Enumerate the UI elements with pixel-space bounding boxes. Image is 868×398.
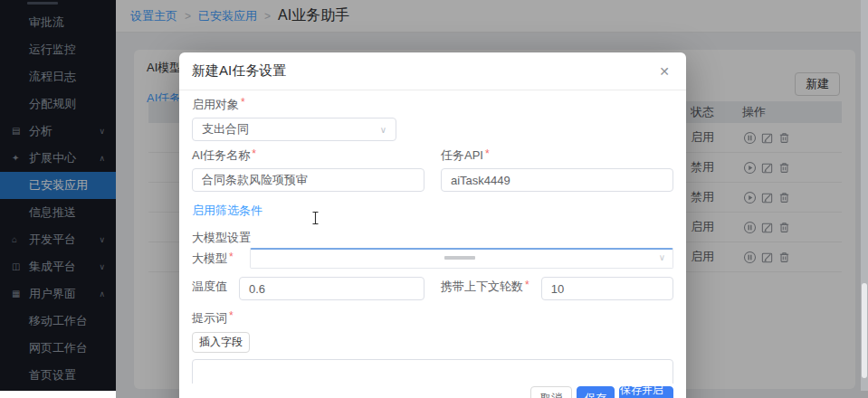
clipped-option-text <box>444 256 475 260</box>
required-mark: * <box>229 309 234 322</box>
task-name-label: AI任务名称 <box>192 148 250 162</box>
modal-title: 新建AI任务设置 <box>192 62 655 80</box>
context-rounds-label: 携带上下文轮数 <box>441 280 523 293</box>
close-icon[interactable]: ✕ <box>655 63 673 80</box>
context-rounds-input[interactable] <box>541 277 673 300</box>
model-section-label: 大模型设置 <box>192 230 673 246</box>
scrollbar-thumb[interactable] <box>862 283 867 378</box>
chevron-down-icon: ∨ <box>659 252 665 262</box>
enable-target-select[interactable]: 支出合同 ∨ <box>192 118 396 141</box>
enable-target-value: 支出合同 <box>202 121 249 137</box>
text-cursor-icon <box>310 211 320 229</box>
chevron-down-icon: ∨ <box>380 125 386 135</box>
required-mark: * <box>241 96 245 109</box>
new-ai-task-modal: 新建AI任务设置 ✕ 启用对象* 支出合同 ∨ AI任务名称* 任务API* <box>179 52 686 398</box>
required-mark: * <box>229 251 234 263</box>
prompt-textarea[interactable] <box>192 359 673 384</box>
enable-filter-link[interactable]: 启用筛选条件 <box>192 203 262 219</box>
insert-field-button[interactable]: 插入字段 <box>192 332 250 353</box>
required-mark: * <box>525 279 529 291</box>
cancel-button[interactable]: 取消 <box>530 386 572 398</box>
modal-header: 新建AI任务设置 ✕ <box>179 52 686 90</box>
temperature-label: 温度值 <box>192 279 227 295</box>
required-mark: * <box>252 147 256 160</box>
task-api-input[interactable] <box>441 168 673 192</box>
modal-body: 启用对象* 支出合同 ∨ AI任务名称* 任务API* 启用筛选条件 <box>179 90 686 384</box>
bottom-edge-strip <box>0 391 116 398</box>
enable-target-label: 启用对象 <box>192 98 239 111</box>
required-mark: * <box>485 147 490 160</box>
task-api-label: 任务API <box>441 148 483 162</box>
modal-footer: 取消 保存 保存并启用 <box>179 384 686 398</box>
save-button[interactable]: 保存 <box>577 386 615 398</box>
task-name-input[interactable] <box>192 168 424 192</box>
model-select[interactable]: ∨ <box>250 248 673 269</box>
app-window: 审批流 运行监控 流程日志 分配规则 ▤ 分析 ∨ ✦ 扩展中心 ∧ 已安装应用… <box>0 0 868 398</box>
vertical-scrollbar[interactable] <box>861 0 868 391</box>
save-and-enable-button[interactable]: 保存并启用 <box>619 386 673 398</box>
prompt-label: 提示词 <box>192 311 227 325</box>
model-label: 大模型 <box>192 251 227 265</box>
temperature-input[interactable] <box>239 277 424 300</box>
